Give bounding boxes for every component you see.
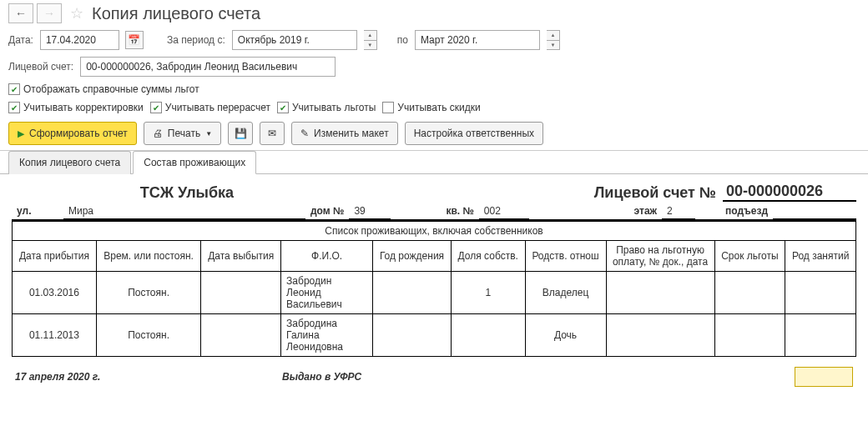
- report-area: ТСЖ Улыбка Лицевой счет № 00-000000026 у…: [0, 174, 868, 403]
- nav-back-button[interactable]: ←: [8, 3, 33, 23]
- tab-residents[interactable]: Состав проживающих: [133, 151, 256, 174]
- nav-forward-button[interactable]: →: [37, 3, 62, 23]
- apt-label: кв. №: [441, 203, 478, 219]
- favorite-star-icon[interactable]: ☆: [70, 4, 83, 23]
- date-label: Дата:: [8, 34, 33, 46]
- account-number: 00-000000026: [723, 183, 856, 202]
- play-icon: ▶: [18, 128, 24, 139]
- button-label: Настройка ответственных: [414, 128, 534, 139]
- col-occupation: Род занятий: [785, 241, 856, 272]
- col-benefits-doc: Право на льготную оплату, № док., дата: [606, 241, 714, 272]
- checkbox-benefits[interactable]: ✔ Учитывать льготы: [277, 102, 376, 113]
- checkbox-recalc[interactable]: ✔ Учитывать перерасчет: [150, 102, 270, 113]
- save-icon-button[interactable]: 💾: [228, 122, 253, 145]
- account-header-label: Лицевой счет №: [594, 184, 723, 202]
- col-temp: Врем. или постоян.: [96, 241, 200, 272]
- col-benefit-term: Срок льготы: [714, 241, 785, 272]
- house-label: дом №: [305, 203, 349, 219]
- street-label: ул.: [12, 203, 63, 219]
- col-arrival: Дата прибытия: [13, 241, 97, 272]
- date-input[interactable]: 17.04.2020: [40, 30, 119, 50]
- issued-by: Выдано в УФРС: [282, 371, 361, 383]
- button-label: Сформировать отчет: [29, 128, 128, 139]
- period-from-spinner[interactable]: ▲▼: [364, 30, 377, 50]
- period-from-input[interactable]: Октябрь 2019 г.: [232, 30, 357, 50]
- checkmark-icon: ✔: [277, 102, 289, 113]
- checkbox-discounts[interactable]: Учитывать скидки: [382, 102, 480, 113]
- checkbox-label: Учитывать корректировки: [23, 102, 144, 113]
- edit-layout-button[interactable]: ✎ Изменить макет: [291, 122, 398, 145]
- entrance-label: подъезд: [720, 203, 773, 219]
- edit-icon: ✎: [300, 128, 309, 139]
- issue-date: 17 апреля 2020 г.: [15, 371, 282, 383]
- button-label: Печать: [168, 128, 200, 139]
- checkbox-empty-icon: [382, 102, 394, 113]
- floor-label: этаж: [629, 203, 663, 219]
- checkmark-icon: ✔: [150, 102, 162, 113]
- checkbox-benefits-ref[interactable]: ✔ Отображать справочные суммы льгот: [8, 83, 199, 95]
- house-value: 39: [349, 203, 391, 219]
- button-label: Изменить макет: [314, 128, 389, 139]
- print-button[interactable]: 🖨 Печать ▼: [144, 122, 221, 145]
- page-title: Копия лицевого счета: [92, 4, 260, 23]
- checkbox-corrections[interactable]: ✔ Учитывать корректировки: [8, 102, 144, 113]
- table-header-row: Дата прибытия Врем. или постоян. Дата вы…: [13, 241, 856, 272]
- form-report-button[interactable]: ▶ Сформировать отчет: [8, 122, 137, 145]
- period-to-input[interactable]: Март 2020 г.: [415, 30, 540, 50]
- period-to-spinner[interactable]: ▲▼: [547, 30, 560, 50]
- col-fio: Ф.И.О.: [281, 241, 373, 272]
- tab-account-copy[interactable]: Копия лицевого счета: [8, 151, 131, 174]
- period-to-label: по: [397, 34, 408, 46]
- checkbox-label: Учитывать льготы: [292, 102, 376, 113]
- section-title: Список проживающих, включая собственнико…: [13, 222, 856, 241]
- col-share: Доля собств.: [451, 241, 525, 272]
- checkbox-label: Учитывать перерасчет: [165, 102, 270, 113]
- dropdown-icon: ▼: [205, 130, 212, 138]
- checkmark-icon: ✔: [8, 83, 20, 95]
- printer-icon: 🖨: [153, 128, 163, 139]
- checkbox-label: Отображать справочные суммы льгот: [23, 83, 199, 95]
- entrance-value: [773, 203, 856, 219]
- account-input[interactable]: 00-000000026, Забродин Леонид Васильевич: [80, 57, 336, 77]
- responsible-settings-button[interactable]: Настройка ответственных: [405, 122, 543, 145]
- email-icon-button[interactable]: ✉: [260, 122, 285, 145]
- checkmark-icon: ✔: [8, 102, 20, 113]
- floor-value: 2: [662, 203, 695, 219]
- calendar-icon[interactable]: 📅: [125, 31, 144, 49]
- checkbox-label: Учитывать скидки: [397, 102, 480, 113]
- col-relation: Родств. отнош: [525, 241, 606, 272]
- col-birth: Год рождения: [373, 241, 452, 272]
- col-departure: Дата выбытия: [201, 241, 281, 272]
- company-name: ТСЖ Улыбка: [12, 184, 362, 202]
- table-row: 01.11.2013 Постоян. Забродина Галина Лео…: [13, 314, 856, 357]
- apt-value: 002: [479, 203, 529, 219]
- period-from-label: За период с:: [167, 34, 225, 46]
- selection-highlight: [795, 367, 853, 387]
- table-row: 01.03.2016 Постоян. Забродин Леонид Васи…: [13, 272, 856, 314]
- street-value: Мира: [63, 203, 305, 219]
- account-label: Лицевой счет:: [8, 61, 73, 73]
- residents-table: Список проживающих, включая собственнико…: [12, 221, 856, 357]
